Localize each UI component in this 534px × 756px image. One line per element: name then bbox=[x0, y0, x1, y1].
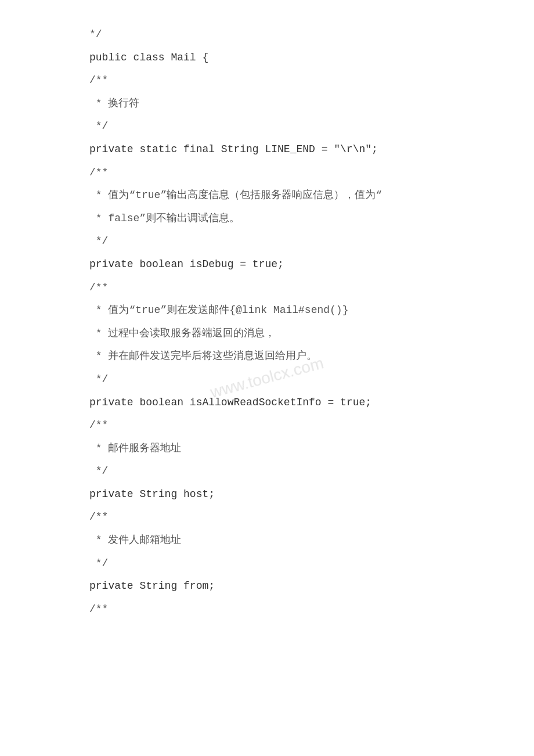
code-line-line22: /** bbox=[89, 506, 499, 529]
code-line-line1: */ bbox=[89, 23, 499, 46]
code-line-line19: * 邮件服务器地址 bbox=[89, 437, 499, 460]
code-line-line8: * 值为“true”输出高度信息（包括服务器响应信息），值为“ bbox=[89, 184, 499, 207]
code-line-line16: */ bbox=[89, 368, 499, 391]
code-block: */public class Mail {/** * 换行符 */private… bbox=[89, 23, 499, 621]
code-line-line4: * 换行符 bbox=[89, 92, 499, 116]
code-line-line2: public class Mail { bbox=[89, 46, 499, 70]
code-line-line12: /** bbox=[89, 276, 499, 300]
code-line-line26: /** bbox=[89, 598, 499, 621]
code-line-line23: * 发件人邮箱地址 bbox=[89, 529, 499, 552]
code-line-line3: /** bbox=[89, 69, 499, 92]
code-line-line17: private boolean isAllowReadSocketInfo = … bbox=[89, 391, 499, 415]
code-line-line13: * 值为“true”则在发送邮件{@link Mail#send()} bbox=[89, 299, 499, 322]
code-line-line18: /** bbox=[89, 414, 499, 437]
code-line-line21: private String host; bbox=[89, 483, 499, 506]
code-line-line24: */ bbox=[89, 552, 499, 575]
code-line-line11: private boolean isDebug = true; bbox=[89, 253, 499, 276]
code-line-line9: * false”则不输出调试信息。 bbox=[89, 207, 499, 231]
code-line-line14: * 过程中会读取服务器端返回的消息， bbox=[89, 322, 499, 345]
code-line-line25: private String from; bbox=[89, 575, 499, 598]
code-line-line7: /** bbox=[89, 161, 499, 185]
code-line-line10: */ bbox=[89, 230, 499, 253]
code-line-line20: */ bbox=[89, 460, 499, 483]
code-line-line15: * 并在邮件发送完毕后将这些消息返回给用户。 bbox=[89, 345, 499, 368]
code-line-line6: private static final String LINE_END = "… bbox=[89, 138, 499, 161]
code-line-line5: */ bbox=[89, 115, 499, 138]
